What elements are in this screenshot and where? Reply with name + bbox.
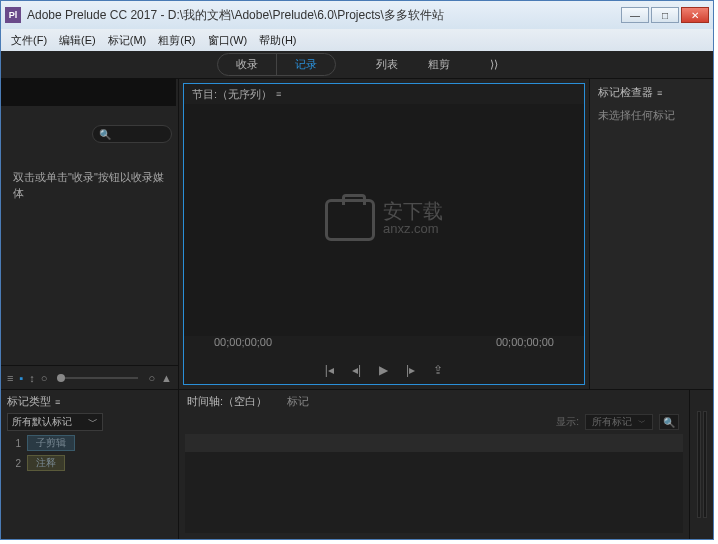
menubar: 文件(F) 编辑(E) 标记(M) 粗剪(R) 窗口(W) 帮助(H)	[1, 29, 713, 51]
program-monitor: 节目:（无序列） ≡ 安下载 anxz.com 00;00;00;00 00;0…	[183, 83, 585, 385]
workspace-bar: 收录 记录 列表 粗剪 ⟩⟩	[1, 51, 713, 79]
timecode-out[interactable]: 00;00;00;00	[496, 336, 554, 356]
play-button[interactable]: ▶	[379, 363, 388, 377]
search-icon: 🔍	[663, 417, 675, 428]
tab-markers[interactable]: 标记	[287, 394, 309, 409]
search-input[interactable]: 🔍	[92, 125, 172, 143]
marker-inspector-title: 标记检查器	[598, 85, 653, 100]
zoom-in-icon[interactable]: ○	[148, 372, 155, 384]
tab-log[interactable]: 记录	[277, 54, 335, 75]
zoom-slider[interactable]	[57, 377, 138, 379]
chevron-down-icon: ﹀	[88, 415, 98, 429]
marker-type-select[interactable]: 所有默认标记 ﹀	[7, 413, 103, 431]
window-title: Adobe Prelude CC 2017 - D:\我的文档\Adobe\Pr…	[27, 7, 621, 24]
menu-help[interactable]: 帮助(H)	[253, 31, 302, 50]
timeline-search[interactable]: 🔍	[659, 414, 679, 430]
monitor-title: 节目:（无序列）	[192, 87, 272, 102]
menu-rough[interactable]: 粗剪(R)	[152, 31, 201, 50]
mountain-icon[interactable]: ▲	[161, 372, 172, 384]
tab-list[interactable]: 列表	[376, 57, 398, 72]
marker-inspector-msg: 未选择任何标记	[598, 108, 705, 123]
app-icon: Pl	[5, 7, 21, 23]
timecode-in[interactable]: 00;00;00;00	[214, 336, 272, 356]
close-button[interactable]: ✕	[681, 7, 709, 23]
monitor-view[interactable]: 安下载 anxz.com	[184, 104, 584, 336]
marker-comment-button[interactable]: 注释	[27, 455, 65, 471]
go-in-button[interactable]: |◂	[325, 363, 334, 377]
minimize-button[interactable]: —	[621, 7, 649, 23]
show-label: 显示:	[556, 415, 579, 429]
panel-menu-icon[interactable]: ≡	[55, 397, 60, 407]
menu-file[interactable]: 文件(F)	[5, 31, 53, 50]
marker-type-panel: 标记类型 ≡ 所有默认标记 ﹀ 1 子剪辑 2 注释	[1, 390, 179, 539]
ingest-hint: 双击或单击"收录"按钮以收录媒体	[1, 149, 178, 221]
marker-type-title: 标记类型	[7, 394, 51, 409]
panel-menu-icon[interactable]: ≡	[657, 88, 662, 98]
chevron-down-icon: ﹀	[638, 417, 646, 428]
marker-subclip-button[interactable]: 子剪辑	[27, 435, 75, 451]
tab-ingest[interactable]: 收录	[218, 54, 276, 75]
audio-meter	[689, 390, 713, 539]
watermark: 安下载 anxz.com	[325, 199, 443, 241]
monitor-menu-icon[interactable]: ≡	[276, 89, 281, 99]
titlebar: Pl Adobe Prelude CC 2017 - D:\我的文档\Adobe…	[1, 1, 713, 29]
timeline-area[interactable]	[185, 434, 683, 533]
export-button[interactable]: ⇪	[433, 363, 443, 377]
search-icon: 🔍	[99, 129, 111, 140]
menu-marker[interactable]: 标记(M)	[102, 31, 153, 50]
sort-icon[interactable]: ↕	[29, 372, 35, 384]
marker-index: 2	[7, 458, 21, 469]
timeline-panel: 时间轴:（空白） 标记 显示: 所有标记 ﹀ 🔍	[179, 390, 689, 539]
marker-index: 1	[7, 438, 21, 449]
project-header	[1, 78, 176, 106]
project-panel: 🔍 双击或单击"收录"按钮以收录媒体 ≡ ▪ ↕ ○ ○ ▲	[1, 79, 179, 389]
zoom-out-icon[interactable]: ○	[41, 372, 48, 384]
marker-filter-select[interactable]: 所有标记 ﹀	[585, 414, 653, 430]
menu-edit[interactable]: 编辑(E)	[53, 31, 102, 50]
tab-timeline[interactable]: 时间轴:（空白）	[187, 394, 267, 409]
maximize-button[interactable]: □	[651, 7, 679, 23]
list-view-icon[interactable]: ≡	[7, 372, 13, 384]
chevron-down-icon[interactable]: ⟩⟩	[490, 58, 498, 71]
step-back-button[interactable]: ◂|	[352, 363, 361, 377]
tab-rough[interactable]: 粗剪	[428, 57, 450, 72]
lock-icon	[325, 199, 375, 241]
step-fwd-button[interactable]: |▸	[406, 363, 415, 377]
menu-window[interactable]: 窗口(W)	[202, 31, 254, 50]
marker-inspector: 标记检查器 ≡ 未选择任何标记	[589, 79, 713, 389]
thumb-view-icon[interactable]: ▪	[19, 372, 23, 384]
